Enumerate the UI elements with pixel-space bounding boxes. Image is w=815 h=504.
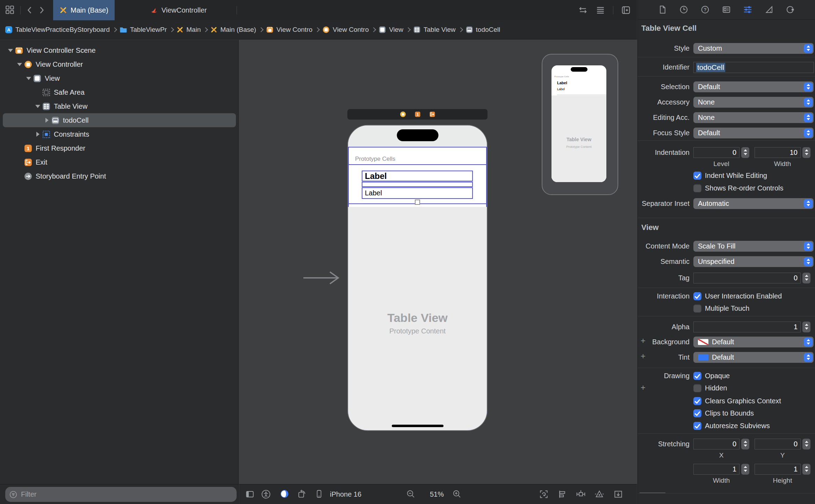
stretching-width-field[interactable]: 1 (693, 464, 740, 475)
cell-subtitle-label[interactable]: Label (362, 187, 473, 199)
view-controller-scene-phone[interactable]: Prototype Cells Label Label Table View P… (347, 125, 488, 431)
breadcrumb-item-tableview[interactable]: Table View (413, 26, 456, 34)
user-interaction-checkbox[interactable] (693, 292, 701, 300)
disclosure-collapsed-icon[interactable] (34, 132, 42, 137)
opaque-checkbox[interactable] (693, 372, 701, 380)
breadcrumb-item-folder[interactable]: TableViewPr (120, 26, 167, 34)
view-controller-dock-icon[interactable] (400, 111, 406, 117)
clears-graphics-checkbox[interactable] (693, 397, 701, 405)
cell-content-strip[interactable] (362, 182, 473, 187)
stepper-icon[interactable] (741, 464, 749, 475)
indent-while-editing-checkbox[interactable] (693, 172, 701, 180)
connections-inspector-icon[interactable] (786, 5, 795, 14)
accessory-dropdown[interactable]: None (693, 97, 814, 108)
editor-options-icon[interactable] (596, 5, 605, 15)
background-dropdown[interactable]: Default (693, 337, 814, 347)
content-mode-dropdown[interactable]: Scale To Fill (693, 241, 814, 252)
outline-row-safe-area[interactable]: Safe Area (3, 85, 236, 99)
disclosure-expanded-icon[interactable] (24, 77, 33, 80)
zoom-out-icon[interactable] (406, 489, 416, 499)
identifier-field[interactable]: todoCell (693, 62, 814, 73)
navigate-forward-icon[interactable] (37, 6, 46, 15)
quick-help-inspector-icon[interactable] (700, 5, 710, 14)
orientation-icon[interactable] (297, 489, 307, 499)
zoom-in-icon[interactable] (452, 489, 462, 499)
table-view-area[interactable]: Table View Prototype Content (348, 207, 487, 430)
separator-inset-dropdown[interactable]: Automatic (693, 198, 814, 209)
tab-main-base[interactable]: Main (Base) (53, 0, 115, 20)
tint-dropdown[interactable]: Default (693, 352, 814, 363)
stepper-icon[interactable] (804, 353, 813, 362)
clips-to-bounds-checkbox[interactable] (693, 409, 701, 417)
hidden-checkbox[interactable] (693, 384, 701, 392)
breadcrumb-item-main[interactable]: Main (176, 26, 201, 34)
outline-row-view-controller[interactable]: View Controller (3, 57, 236, 71)
outline-row-storyboard-entry-point[interactable]: Storyboard Entry Point (3, 169, 236, 183)
device-name[interactable]: iPhone 16 (330, 490, 361, 498)
align-icon[interactable] (558, 489, 568, 499)
stepper-icon[interactable] (741, 147, 749, 158)
tab-viewcontroller[interactable]: ViewController (144, 0, 213, 20)
stretching-height-field[interactable]: 1 (755, 464, 801, 475)
stepper-icon[interactable] (804, 242, 813, 251)
stretching-y-field[interactable]: 0 (755, 439, 801, 449)
navigate-back-icon[interactable] (25, 6, 34, 15)
semantic-dropdown[interactable]: Unspecified (693, 256, 814, 267)
multiple-touch-checkbox[interactable] (693, 304, 701, 312)
stepper-icon[interactable] (804, 44, 813, 53)
appearance-toggle-icon[interactable] (280, 489, 289, 498)
add-editor-icon[interactable] (621, 5, 631, 15)
tag-field[interactable]: 0 (693, 273, 801, 283)
file-inspector-icon[interactable] (658, 5, 667, 14)
zoom-level[interactable]: 51% (427, 490, 447, 498)
storyboard-canvas[interactable]: Prototype Cells Label Label Table View P… (239, 40, 637, 484)
update-frames-icon[interactable] (539, 489, 549, 499)
stepper-icon[interactable] (802, 322, 810, 332)
editing-acc-dropdown[interactable]: None (693, 112, 814, 123)
autoresize-subviews-checkbox[interactable] (693, 422, 701, 430)
history-inspector-icon[interactable] (679, 5, 688, 14)
stepper-icon[interactable] (741, 439, 749, 449)
accessibility-icon[interactable] (261, 489, 271, 499)
breadcrumb-item-main-base[interactable]: Main (Base) (210, 26, 256, 34)
stepper-icon[interactable] (804, 257, 813, 266)
stepper-icon[interactable] (802, 464, 810, 475)
disclosure-collapsed-icon[interactable] (43, 118, 51, 123)
exit-dock-icon[interactable] (429, 111, 435, 117)
embed-icon[interactable] (613, 489, 623, 499)
stepper-icon[interactable] (804, 113, 813, 122)
breadcrumb-item-viewcontroller[interactable]: View Contro (322, 26, 369, 34)
size-inspector-icon[interactable] (764, 5, 774, 14)
breadcrumb-item-view[interactable]: View (378, 26, 403, 34)
first-responder-dock-icon[interactable] (414, 111, 421, 117)
shows-reorder-checkbox[interactable] (693, 184, 701, 192)
disclosure-expanded-icon[interactable] (15, 63, 24, 66)
outline-row-constraints[interactable]: Constraints (3, 127, 236, 141)
add-constraints-icon[interactable] (576, 489, 586, 499)
stepper-icon[interactable] (802, 147, 810, 158)
editor-arrangement-icon[interactable] (578, 5, 588, 15)
outline-row-exit[interactable]: Exit (3, 155, 236, 169)
breadcrumb-item-todocell[interactable]: todoCell (466, 26, 500, 34)
cell-title-label[interactable]: Label (362, 171, 473, 181)
stepper-icon[interactable] (804, 82, 813, 91)
add-hidden-variation-button[interactable]: + (641, 383, 645, 392)
device-icon[interactable] (315, 489, 324, 498)
editor-only-icon[interactable] (245, 489, 255, 499)
selection-dropdown[interactable]: Default (693, 81, 814, 92)
outline-row-todocell[interactable]: todoCell (3, 113, 236, 127)
style-dropdown[interactable]: Custom (693, 43, 814, 54)
stepper-icon[interactable] (804, 338, 813, 346)
filter-field[interactable] (5, 487, 237, 502)
outline-row-table-view[interactable]: Table View (3, 99, 236, 113)
filter-input[interactable] (20, 490, 217, 499)
indentation-width-field[interactable]: 10 (755, 147, 801, 158)
breadcrumb-item-scene[interactable]: View Contro (266, 26, 312, 34)
stepper-icon[interactable] (802, 439, 810, 449)
alpha-field[interactable]: 1 (693, 322, 801, 332)
outline-row-view-controller-scene[interactable]: View Controller Scene (3, 43, 236, 57)
attributes-inspector-icon[interactable] (743, 5, 752, 14)
stepper-icon[interactable] (804, 199, 813, 208)
resolve-autolayout-icon[interactable] (594, 489, 604, 499)
stepper-icon[interactable] (804, 129, 813, 137)
